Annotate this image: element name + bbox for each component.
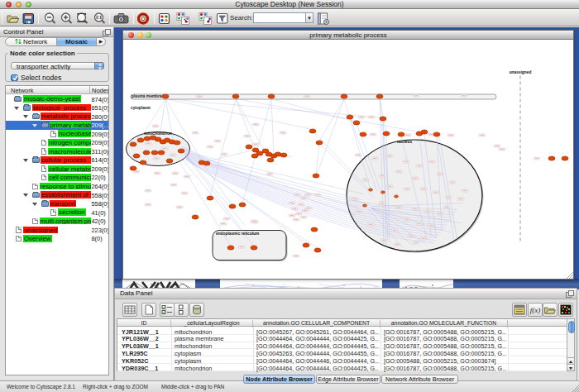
svg-text:endoplasmic reticulum: endoplasmic reticulum (216, 232, 259, 236)
svg-text:nucleus: nucleus (397, 140, 412, 144)
svg-text:mitochondrion: mitochondrion (144, 131, 172, 136)
svg-text:unassigned: unassigned (510, 70, 532, 74)
svg-text:cytoplasm: cytoplasm (131, 106, 151, 110)
svg-text:f(x): f(x) (530, 306, 541, 314)
svg-text:plasma membrane: plasma membrane (132, 94, 166, 98)
